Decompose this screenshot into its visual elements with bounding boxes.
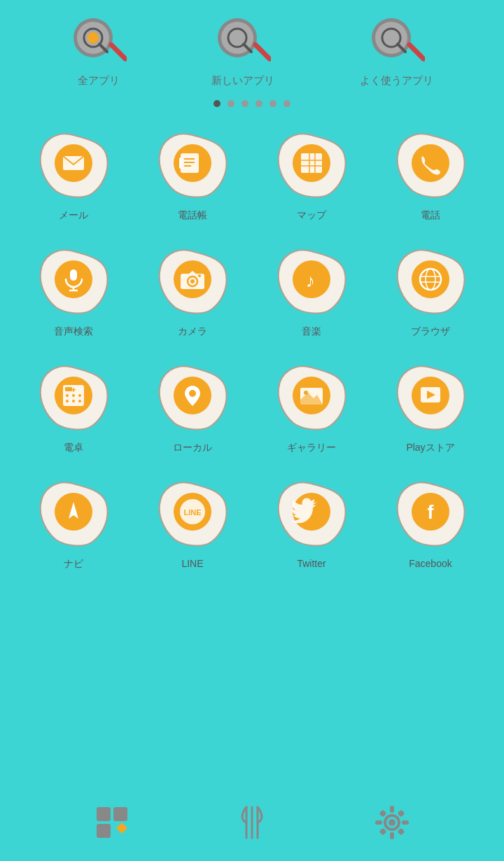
- svg-rect-87: [375, 820, 382, 825]
- svg-point-40: [198, 274, 201, 277]
- svg-point-53: [78, 394, 81, 397]
- svg-line-8: [255, 45, 270, 59]
- new-apps-pan-icon: [215, 13, 271, 69]
- svg-rect-88: [402, 820, 409, 825]
- nav-frequent-apps-label: よく使うアプリ: [360, 74, 433, 88]
- app-gallery[interactable]: ギャラリー: [252, 359, 371, 454]
- app-music[interactable]: ♪ 音楽: [252, 243, 371, 338]
- toolbar-settings-button[interactable]: [368, 798, 416, 847]
- app-calculator[interactable]: 電卓: [14, 359, 133, 454]
- svg-point-54: [66, 400, 69, 402]
- app-navi[interactable]: ナビ: [14, 475, 133, 570]
- top-navigation: 全アプリ 新しいアプリ よく使うアプリ: [0, 0, 504, 94]
- dot-1[interactable]: [214, 100, 220, 107]
- app-local[interactable]: ローカル: [133, 359, 252, 454]
- app-contacts[interactable]: 電話帳: [133, 127, 252, 222]
- nav-new-apps-label: 新しいアプリ: [211, 74, 274, 88]
- nav-all-apps[interactable]: 全アプリ: [71, 13, 127, 88]
- app-grid-row-1: メール 電話帳: [0, 120, 504, 578]
- svg-text:f: f: [427, 501, 434, 523]
- app-mail[interactable]: メール: [14, 127, 133, 222]
- phone-label: 電話: [421, 209, 440, 222]
- play-store-label: Playストア: [406, 442, 454, 454]
- svg-point-51: [66, 394, 69, 397]
- svg-point-5: [88, 32, 99, 43]
- local-icon: [154, 359, 231, 436]
- app-phone[interactable]: 電話: [371, 127, 490, 222]
- app-voice-search[interactable]: 音声検索: [14, 243, 133, 338]
- twitter-icon: [273, 475, 350, 552]
- calculator-label: 電卓: [64, 442, 83, 454]
- voice-search-label: 音声検索: [54, 326, 93, 338]
- nav-all-apps-label: 全アプリ: [78, 74, 120, 88]
- toolbar-apps-button[interactable]: [88, 798, 136, 847]
- music-label: 音楽: [302, 326, 321, 338]
- svg-rect-85: [390, 806, 394, 813]
- svg-line-13: [410, 45, 424, 59]
- nav-new-apps[interactable]: 新しいアプリ: [211, 13, 274, 88]
- svg-rect-25: [301, 153, 322, 173]
- dot-3[interactable]: [241, 100, 248, 107]
- svg-point-43: [412, 260, 449, 298]
- app-line[interactable]: LINE LINE: [133, 475, 252, 570]
- play-store-icon: [392, 359, 469, 436]
- frequent-apps-pan-icon: [369, 13, 425, 69]
- facebook-label: Facebook: [409, 558, 451, 569]
- music-icon: ♪: [273, 243, 350, 320]
- gallery-label: ギャラリー: [287, 442, 336, 454]
- svg-point-39: [190, 279, 195, 284]
- camera-label: カメラ: [178, 326, 207, 338]
- navi-icon: [35, 475, 112, 552]
- twitter-label: Twitter: [297, 558, 326, 569]
- dot-2[interactable]: [227, 100, 234, 107]
- app-map[interactable]: マップ: [252, 127, 371, 222]
- camera-icon: [154, 243, 231, 320]
- svg-marker-79: [116, 822, 127, 834]
- browser-icon: [392, 243, 469, 320]
- phone-icon: [392, 127, 469, 204]
- page-indicator: [0, 94, 504, 120]
- dot-5[interactable]: [270, 100, 276, 107]
- nav-frequent-apps[interactable]: よく使うアプリ: [360, 13, 433, 88]
- app-play-store[interactable]: Playストア: [371, 359, 490, 454]
- svg-rect-20: [179, 158, 182, 169]
- svg-point-55: [72, 400, 75, 402]
- all-apps-pan-icon: [71, 13, 127, 69]
- svg-rect-50: [65, 387, 72, 391]
- svg-rect-77: [113, 807, 127, 821]
- local-label: ローカル: [173, 442, 212, 454]
- line-label: LINE: [181, 558, 203, 569]
- svg-rect-92: [397, 827, 405, 835]
- app-twitter[interactable]: Twitter: [252, 475, 371, 570]
- svg-point-84: [388, 819, 396, 826]
- mail-icon: [35, 127, 112, 204]
- dot-6[interactable]: [284, 100, 290, 107]
- app-facebook[interactable]: f Facebook: [371, 475, 490, 570]
- toolbar-dining-button[interactable]: [227, 798, 276, 847]
- bottom-toolbar: [0, 784, 504, 861]
- calculator-icon: [35, 359, 112, 436]
- app-camera[interactable]: カメラ: [133, 243, 252, 338]
- navi-label: ナビ: [64, 558, 83, 570]
- svg-line-2: [111, 45, 125, 59]
- svg-rect-78: [97, 824, 111, 838]
- svg-rect-91: [379, 827, 386, 835]
- contacts-label: 電話帳: [178, 209, 207, 222]
- svg-point-52: [72, 394, 75, 397]
- svg-point-56: [78, 400, 81, 402]
- app-browser[interactable]: ブラウザ: [371, 243, 490, 338]
- svg-text:LINE: LINE: [183, 508, 201, 517]
- map-label: マップ: [297, 209, 326, 222]
- svg-point-60: [189, 390, 196, 397]
- voice-search-icon: [35, 243, 112, 320]
- browser-label: ブラウザ: [411, 326, 450, 338]
- svg-rect-89: [379, 809, 386, 817]
- gallery-icon: [273, 359, 350, 436]
- line-icon: LINE: [154, 475, 231, 552]
- svg-rect-90: [397, 809, 405, 817]
- svg-rect-32: [70, 270, 77, 281]
- svg-rect-76: [97, 807, 111, 821]
- facebook-icon: f: [392, 475, 469, 552]
- dot-4[interactable]: [255, 100, 262, 107]
- svg-rect-86: [390, 832, 394, 839]
